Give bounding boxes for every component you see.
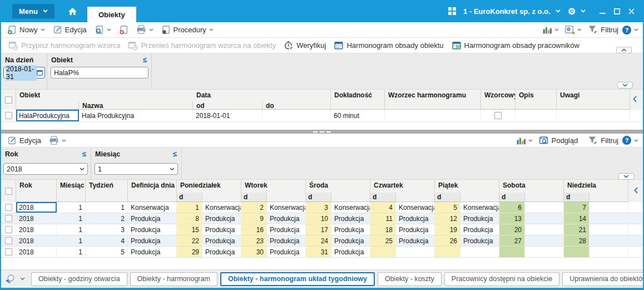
col-header-d[interactable]: d [306,193,331,201]
col-header-obiekt[interactable]: Obiekt [16,90,193,102]
col-header-nazwa[interactable]: Nazwa [79,102,193,109]
chevron-down-icon[interactable] [554,28,559,31]
cell-tydzien[interactable]: 4 [86,235,128,246]
cell-day-number[interactable]: 20 [499,224,525,235]
row-select-cell[interactable] [1,224,16,235]
col-header-day-5[interactable]: Piątek [435,180,499,193]
col-header-rok[interactable]: Rok [16,180,57,193]
cell-day-number[interactable]: 7 [564,202,589,213]
cell-day-number[interactable]: 6 [499,202,525,213]
cell-day-definition[interactable]: Produkcja [267,224,306,235]
cell-data-od[interactable]: 2018-01-01 [193,110,262,121]
cell-opis[interactable] [516,110,557,121]
apps-grid-icon[interactable] [448,7,456,15]
select-all-checkbox[interactable] [5,188,12,195]
col-header-data[interactable]: Data [193,90,331,102]
wzorcowy-checkbox[interactable] [494,112,502,119]
scroll-down-button[interactable] [618,173,634,180]
cell-nazwa[interactable]: Hala Produkcyjna [79,110,193,121]
chevron-down-icon[interactable] [528,139,533,142]
filter-button[interactable]: Filtruj [584,23,620,37]
cell-day-number[interactable]: 11 [370,213,396,224]
chevron-down-icon[interactable] [556,9,561,13]
row-select-cell[interactable] [1,235,16,246]
cell-definicja[interactable]: Produkcja [128,224,177,235]
cell-miesiac[interactable]: 1 [57,235,86,246]
print-button[interactable] [132,23,157,37]
chevron-down-icon[interactable] [20,277,25,281]
cell-day-number[interactable] [564,247,589,257]
cell-miesiac[interactable]: 1 [57,224,86,235]
cell-day-number[interactable]: 27 [499,235,525,246]
cell-miesiac[interactable]: 1 [57,213,86,224]
col-header-definicja[interactable]: Definicja dnia [128,180,177,193]
cell-day-definition[interactable]: Konserwacja [202,202,241,213]
select-all-checkbox[interactable] [5,96,12,104]
col-header-d[interactable]: d [370,193,396,201]
le-operator[interactable]: ≤ [82,150,86,158]
cell-day-definition[interactable]: Produkcja [331,213,370,224]
procedures-button[interactable]: Procedury [157,23,217,37]
cell-day-number[interactable]: 22 [177,235,202,246]
view-settings-warning-icon[interactable] [564,25,575,35]
cell-dokladnosc[interactable]: 60 minut [331,110,385,121]
cell-wzorcowy[interactable] [481,110,516,121]
col-header-d[interactable]: d [435,193,460,201]
week-filter-button[interactable]: Filtruj [584,134,620,147]
cell-day-number[interactable]: 3 [306,202,331,213]
cell-day-number[interactable]: 9 [241,213,267,224]
row-select-cell[interactable] [1,202,16,213]
cell-day-number[interactable]: 8 [177,213,202,224]
select-all-header[interactable] [1,180,16,202]
cell-day-number[interactable] [370,247,396,257]
chart-icon[interactable] [542,25,552,35]
cell-day-number[interactable]: 25 [370,235,396,246]
verify-button[interactable]: Weryfikuj [280,39,330,52]
cell-obiekt[interactable]: HalaProdukcyjna [16,110,79,121]
cell-rok[interactable]: 2018 [16,224,57,235]
cell-day-number[interactable]: 21 [564,224,589,235]
new-button[interactable]: Nowy [3,23,49,37]
cell-day-number[interactable] [435,247,460,257]
cell-day-number[interactable]: 31 [306,247,331,257]
cell-day-number[interactable]: 4 [370,202,396,213]
cell-day-definition[interactable] [589,202,628,213]
gear-icon[interactable]: ⚙ [568,6,576,17]
cell-day-definition[interactable]: Konserwacja [460,202,499,213]
row-checkbox[interactable] [5,237,12,244]
week-edit-button[interactable]: Edycja [3,134,45,147]
calendar-icon[interactable] [37,70,43,76]
cell-day-number[interactable]: 28 [564,235,589,246]
col-header-miesiac[interactable]: Miesiąc [57,180,86,193]
cell-day-definition[interactable] [589,235,628,246]
cell-day-definition[interactable]: Produkcja [202,235,241,246]
object-staffing-button[interactable]: Harmonogram obsady obiektu [330,39,447,52]
splitter[interactable] [1,130,643,134]
col-header-opis[interactable]: Opis [516,90,557,102]
cell-day-definition[interactable] [525,247,564,257]
menu-button[interactable]: Menu [12,4,55,18]
cell-day-number[interactable]: 1 [177,202,202,213]
cell-tydzien[interactable]: 3 [86,224,128,235]
cell-data-do[interactable] [262,110,331,121]
col-header-od[interactable]: od [193,102,262,109]
cell-day-number[interactable]: 15 [177,224,202,235]
cell-day-number[interactable]: 14 [564,213,589,224]
cell-day-definition[interactable] [589,213,628,224]
le-operator[interactable]: ≤ [143,56,147,64]
year-select[interactable]: 2018 [3,163,88,175]
col-header-day-7[interactable]: Niedziela [564,180,628,193]
company-selector[interactable]: 1 - EuroKonkret sp. z o.o. [463,7,551,16]
zoom-list-icon[interactable] [5,274,16,284]
cell-day-number[interactable]: 12 [435,213,460,224]
col-header-wzorcowy[interactable]: Wzorcowy [481,90,516,102]
col-header-wzorzec[interactable]: Wzorzec harmonogramu [385,90,481,102]
cell-day-definition[interactable] [460,247,499,257]
chart-icon[interactable] [516,136,526,145]
preview-button[interactable]: Podgląd [535,134,582,147]
col-header-do[interactable]: do [262,102,331,109]
cell-wzorzec[interactable] [385,110,481,121]
chevron-down-icon[interactable] [634,139,638,142]
col-header-d[interactable]: d [177,193,202,201]
week-grid-row[interactable]: 201813Produkcja15Produkcja16Produkcja17P… [1,224,643,235]
